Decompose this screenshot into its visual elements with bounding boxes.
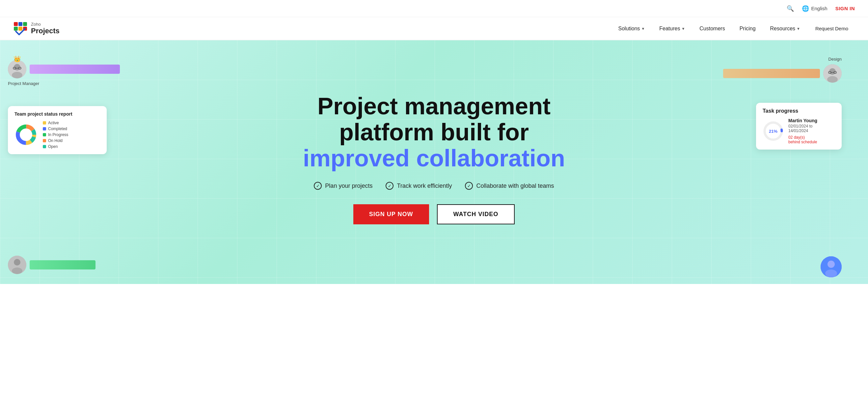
legend-active: Active — [43, 121, 68, 125]
status-report-card: Team project status report Active C — [8, 106, 107, 154]
design-card: Design — [723, 57, 842, 85]
nav-pricing-label: Pricing — [740, 26, 756, 32]
design-header — [723, 64, 842, 83]
pm-label: Project Manager — [8, 81, 120, 86]
logo-text: Zoho Projects — [31, 22, 60, 35]
search-button[interactable]: 🔍 — [787, 5, 794, 12]
design-avatar — [823, 64, 842, 83]
svg-rect-2 — [23, 22, 27, 26]
nav-pricing[interactable]: Pricing — [734, 23, 762, 34]
hero-features: ✓ Plan your projects ✓ Track work effici… — [303, 182, 565, 190]
legend-label-onhold: On Hold — [48, 139, 63, 143]
logo-area[interactable]: Zoho Projects — [13, 22, 60, 36]
nav-customers[interactable]: Customers — [693, 23, 731, 34]
top-bar-actions: 🔍 🌐 English SIGN IN — [787, 5, 855, 12]
check-track-icon: ✓ — [385, 182, 394, 190]
hero-title-line2: platform built for — [339, 119, 529, 145]
svg-point-27 — [14, 259, 21, 266]
legend-label-open: Open — [48, 144, 58, 149]
status-title: Team project status report — [14, 111, 100, 117]
dev-card — [8, 255, 95, 274]
task-name: Martin Young — [788, 118, 817, 123]
project-manager-card: 👑 Project Manager — [8, 60, 120, 89]
feature-collaborate: ✓ Collaborate with global teams — [465, 182, 554, 190]
progress-circle: 21% — [763, 121, 784, 142]
legend-dot-inprogress — [43, 133, 46, 137]
feature-track: ✓ Track work efficiently — [385, 182, 452, 190]
pm-header: 👑 — [8, 60, 120, 79]
feature-track-label: Track work efficiently — [397, 182, 452, 189]
legend-dot-active — [43, 121, 46, 124]
progress-label: 21% — [763, 121, 784, 142]
svg-rect-0 — [14, 22, 18, 26]
hero-subtitle: improved collaboration — [303, 145, 565, 171]
hero-content: Project management platform built for im… — [303, 93, 565, 225]
watch-video-button[interactable]: WATCH VIDEO — [437, 204, 515, 224]
bottom-right-avatar-card — [820, 256, 842, 277]
check-plan-icon: ✓ — [314, 182, 322, 190]
language-label: English — [811, 6, 827, 11]
svg-rect-3 — [14, 27, 18, 31]
nav-customers-label: Customers — [700, 26, 725, 32]
features-caret-icon: ▼ — [681, 27, 685, 31]
legend-completed: Completed — [43, 126, 68, 131]
legend-dot-completed — [43, 127, 46, 130]
legend-label-inprogress: In Progress — [48, 132, 68, 137]
signup-button[interactable]: SIGN UP NOW — [353, 204, 429, 224]
task-content: 21% Martin Young 02/01/2024 to14/01/2024… — [763, 118, 835, 144]
status-content: Active Completed In Progress On Hold Ope… — [14, 121, 100, 149]
nav-links: Solutions ▼ Features ▼ Customers Pricing… — [613, 22, 855, 35]
top-bar: 🔍 🌐 English SIGN IN — [0, 0, 868, 17]
zoho-logo-icon — [13, 22, 28, 36]
navbar: Zoho Projects Solutions ▼ Features ▼ Cus… — [0, 17, 868, 40]
check-collaborate-icon: ✓ — [465, 182, 473, 190]
svg-point-20 — [827, 76, 838, 83]
solutions-caret-icon: ▼ — [641, 27, 645, 31]
task-dates: 02/01/2024 to14/01/2024 — [788, 124, 817, 133]
design-bar — [723, 69, 820, 78]
resources-caret-icon: ▼ — [797, 27, 800, 31]
task-behind: 02 day(s)behind schedule — [788, 135, 817, 144]
svg-rect-1 — [19, 22, 22, 26]
donut-chart — [14, 123, 37, 146]
svg-point-8 — [12, 72, 22, 79]
nav-solutions-label: Solutions — [618, 26, 640, 32]
nav-solutions[interactable]: Solutions ▼ — [613, 23, 651, 34]
svg-rect-4 — [19, 27, 22, 31]
bottom-right-avatar — [820, 256, 842, 277]
request-demo-button[interactable]: Request Demo — [809, 22, 855, 35]
dev-bar — [30, 260, 95, 270]
task-progress-title: Task progress — [763, 108, 835, 114]
svg-point-28 — [12, 268, 22, 274]
dev-avatar — [8, 255, 26, 274]
hero-buttons: SIGN UP NOW WATCH VIDEO — [303, 204, 565, 224]
hero-title: Project management platform built for — [303, 93, 565, 145]
legend: Active Completed In Progress On Hold Ope… — [43, 121, 68, 149]
language-button[interactable]: 🌐 English — [802, 5, 827, 12]
svg-point-17 — [20, 129, 32, 141]
feature-plan: ✓ Plan your projects — [314, 182, 372, 190]
feature-collaborate-label: Collaborate with global teams — [476, 182, 554, 189]
task-progress-card: Task progress 21% Martin Young 02/01/202… — [756, 103, 842, 150]
legend-open: Open — [43, 144, 68, 149]
feature-plan-label: Plan your projects — [325, 182, 372, 189]
nav-resources-label: Resources — [770, 26, 795, 32]
task-info: Martin Young 02/01/2024 to14/01/2024 02 … — [788, 118, 817, 144]
logo-zoho-label: Zoho — [31, 22, 60, 27]
hero-title-line1: Project management — [317, 93, 551, 119]
crown-icon: 👑 — [13, 55, 21, 63]
nav-features[interactable]: Features ▼ — [653, 23, 691, 34]
legend-label-completed: Completed — [48, 126, 67, 131]
nav-resources[interactable]: Resources ▼ — [764, 23, 806, 34]
legend-onhold: On Hold — [43, 139, 68, 143]
sign-in-button[interactable]: SIGN IN — [835, 6, 855, 11]
svg-point-30 — [828, 261, 835, 268]
nav-features-label: Features — [659, 26, 680, 32]
svg-point-31 — [825, 270, 837, 277]
logo-projects-label: Projects — [31, 27, 60, 35]
legend-inprogress: In Progress — [43, 132, 68, 137]
legend-dot-open — [43, 145, 46, 148]
pm-bar — [30, 65, 120, 74]
pm-avatar — [8, 60, 26, 79]
design-label: Design — [723, 57, 842, 62]
